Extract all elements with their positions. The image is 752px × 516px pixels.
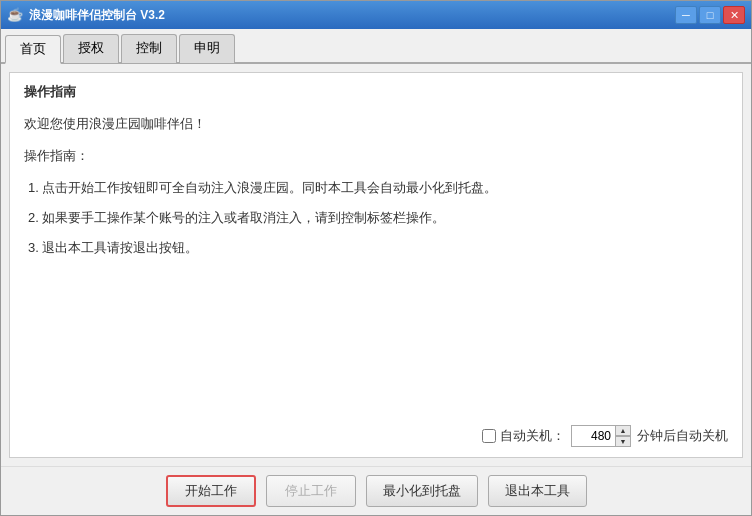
- instructions: 欢迎您使用浪漫庄园咖啡伴侣！ 操作指南： 1. 点击开始工作按钮即可全自动注入浪…: [24, 111, 728, 265]
- title-bar: ☕ 浪漫咖啡伴侣控制台 V3.2 ─ □ ✕: [1, 1, 751, 29]
- section-title: 操作指南: [24, 83, 728, 101]
- spin-down-button[interactable]: ▼: [615, 436, 631, 447]
- minimize-button[interactable]: ─: [675, 6, 697, 24]
- ops-item-3: 3. 退出本工具请按退出按钮。: [24, 235, 728, 261]
- after-shutdown-label: 分钟后自动关机: [637, 427, 728, 445]
- ops-item-1: 1. 点击开始工作按钮即可全自动注入浪漫庄园。同时本工具会自动最小化到托盘。: [24, 175, 728, 201]
- auto-shutdown-label: 自动关机：: [482, 427, 565, 445]
- spin-buttons: ▲ ▼: [615, 425, 631, 447]
- tab-auth[interactable]: 授权: [63, 34, 119, 63]
- exit-tool-button[interactable]: 退出本工具: [488, 475, 587, 507]
- title-bar-buttons: ─ □ ✕: [675, 6, 745, 24]
- spacer: [24, 265, 728, 415]
- window-title: 浪漫咖啡伴侣控制台 V3.2: [29, 7, 165, 24]
- spin-up-button[interactable]: ▲: [615, 425, 631, 436]
- tab-bar: 首页 授权 控制 申明: [1, 29, 751, 64]
- app-icon: ☕: [7, 7, 23, 23]
- auto-shutdown-row: 自动关机： ▲ ▼ 分钟后自动关机: [24, 415, 728, 447]
- ops-label: 操作指南：: [24, 143, 728, 169]
- welcome-text: 欢迎您使用浪漫庄园咖啡伴侣！: [24, 111, 728, 137]
- maximize-button[interactable]: □: [699, 6, 721, 24]
- close-button[interactable]: ✕: [723, 6, 745, 24]
- title-bar-left: ☕ 浪漫咖啡伴侣控制台 V3.2: [7, 7, 165, 24]
- tab-control[interactable]: 控制: [121, 34, 177, 63]
- start-work-button[interactable]: 开始工作: [166, 475, 256, 507]
- auto-shutdown-checkbox[interactable]: [482, 429, 496, 443]
- minutes-input-wrapper: ▲ ▼: [571, 425, 631, 447]
- content-area: 操作指南 欢迎您使用浪漫庄园咖啡伴侣！ 操作指南： 1. 点击开始工作按钮即可全…: [1, 64, 751, 466]
- stop-work-button[interactable]: 停止工作: [266, 475, 356, 507]
- ops-item-2: 2. 如果要手工操作某个账号的注入或者取消注入，请到控制标签栏操作。: [24, 205, 728, 231]
- tab-statement[interactable]: 申明: [179, 34, 235, 63]
- tab-home[interactable]: 首页: [5, 35, 61, 64]
- main-panel: 操作指南 欢迎您使用浪漫庄园咖啡伴侣！ 操作指南： 1. 点击开始工作按钮即可全…: [9, 72, 743, 458]
- bottom-bar: 开始工作 停止工作 最小化到托盘 退出本工具: [1, 466, 751, 515]
- minimize-tray-button[interactable]: 最小化到托盘: [366, 475, 478, 507]
- main-window: ☕ 浪漫咖啡伴侣控制台 V3.2 ─ □ ✕ 首页 授权 控制 申明 操作指南 …: [0, 0, 752, 516]
- minutes-input[interactable]: [571, 425, 616, 447]
